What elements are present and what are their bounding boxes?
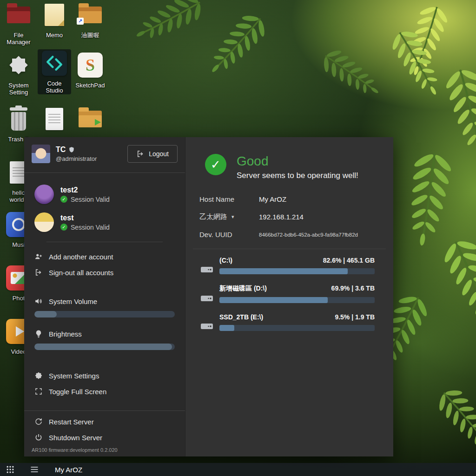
server-info: Host Name My ArOZ 乙太網路 ▾ 192.168.1.214 D…	[185, 187, 393, 244]
gear-icon	[7, 54, 30, 76]
hdd-icon	[200, 265, 213, 274]
hostname-label: Host Name	[199, 195, 259, 203]
system-popup: TC @administrator Logout test2 ✓ Session…	[24, 137, 393, 456]
divider	[46, 242, 163, 242]
hdd-icon	[200, 294, 213, 303]
admin-shield-icon	[68, 146, 75, 153]
brightness-slider-fill	[34, 344, 172, 350]
disk-usage-fill	[219, 268, 348, 274]
accounts-list: test2 ✓ Session Valid test ✓ Session Val…	[24, 176, 185, 238]
sketchpad-icon: S	[78, 53, 103, 78]
disk-usage-fill	[219, 297, 328, 303]
disk-name: (C:\)	[219, 257, 232, 264]
taskbar: My ArOZ	[0, 463, 476, 476]
export-arrow-icon	[95, 119, 101, 126]
brightness-label: Brightness	[49, 330, 82, 338]
hamburger-menu-icon[interactable]	[30, 465, 39, 474]
disk-name: 新增磁碟區 (D:\)	[219, 284, 267, 293]
disk-usage: 9.5% | 1.9 TB	[335, 313, 375, 321]
desktop-icon-export-folder[interactable]	[73, 105, 107, 136]
add-account-label: Add another account	[49, 253, 113, 261]
session-valid-icon: ✓	[60, 224, 67, 231]
session-valid-icon: ✓	[60, 196, 67, 203]
disk-usage-bar	[219, 268, 375, 274]
brightness-slider[interactable]	[34, 344, 175, 350]
desktop-icon-file-manager[interactable]: File Manager	[2, 1, 35, 46]
shortcut-folder-icon: ↗	[79, 7, 102, 23]
disk-row-c[interactable]: (C:\) 82.6% | 465.1 GB	[200, 257, 375, 274]
volume-icon	[34, 297, 43, 305]
session-status: Session Valid	[71, 224, 110, 231]
uuid-label: Dev. UUID	[199, 231, 259, 238]
disk-row-d[interactable]: 新增磁碟區 (D:\) 69.9% | 3.6 TB	[200, 284, 375, 303]
volume-slider[interactable]	[34, 311, 175, 317]
shutdown-server-label: Shutdown Server	[49, 434, 102, 442]
trash-icon	[8, 107, 29, 131]
hostname-row: Host Name My ArOZ	[185, 191, 393, 208]
account-name: test	[60, 214, 110, 222]
divider	[24, 172, 185, 173]
brightness-row: Brightness	[24, 326, 185, 342]
code-studio-icon	[42, 51, 67, 76]
shortcut-arrow-icon: ↗	[77, 18, 84, 25]
desktop-icon-label: 油圖喔	[79, 32, 102, 39]
status-message: Server seems to be operating well!	[237, 171, 358, 180]
restart-server-item[interactable]: Restart Server	[24, 414, 185, 430]
restart-icon	[34, 417, 43, 426]
apps-grid-icon[interactable]	[6, 465, 15, 474]
disk-usage: 82.6% | 465.1 GB	[323, 257, 375, 264]
user-avatar[interactable]	[32, 145, 50, 163]
memo-icon	[45, 4, 64, 26]
logout-icon	[34, 268, 43, 277]
user-plus-icon	[34, 252, 43, 261]
firmware-version: AR100 firmware:development 0.2.020	[24, 445, 185, 456]
disk-row-e[interactable]: SSD_2TB (E:\) 9.5% | 1.9 TB	[200, 313, 375, 331]
status-title: Good	[237, 154, 358, 169]
status-ok-icon: ✓	[205, 154, 226, 175]
disk-usage-bar	[219, 325, 375, 331]
chevron-down-icon: ▾	[231, 214, 234, 220]
add-account-item[interactable]: Add another account	[24, 249, 185, 264]
logout-button[interactable]: Logout	[127, 145, 178, 163]
system-volume-label: System Volume	[49, 298, 97, 305]
gear-icon	[34, 371, 43, 380]
user-name: TC	[56, 145, 66, 154]
logout-icon	[136, 150, 145, 158]
current-user-header: TC @administrator Logout	[24, 137, 185, 170]
restart-server-label: Restart Server	[49, 418, 94, 426]
ip-address-value: 192.168.1.214	[259, 213, 304, 221]
avatar	[34, 212, 54, 232]
desktop-icon-system-setting[interactable]: System Setting	[2, 51, 35, 96]
uuid-value: 8466bd72-bdb6-452a-abc9-fa98a77fb82d	[259, 232, 358, 238]
desktop-icon-memo[interactable]: Memo	[38, 1, 71, 39]
desktop-icon-label: Code Studio	[38, 80, 71, 94]
network-interface-label: 乙太網路	[199, 212, 227, 221]
signout-all-item[interactable]: Sign-out all accounts	[24, 264, 185, 280]
system-settings-item[interactable]: System Settings	[24, 368, 185, 383]
uuid-row: Dev. UUID 8466bd72-bdb6-452a-abc9-fa98a7…	[185, 226, 393, 243]
desktop-icon-sketchpad[interactable]: S SketchPad	[73, 51, 107, 89]
signout-all-label: Sign-out all accounts	[49, 269, 113, 277]
desktop-icon-label: Memo	[44, 32, 65, 39]
toggle-fullscreen-item[interactable]: Toggle Full Screen	[24, 383, 185, 399]
network-interface-dropdown[interactable]: 乙太網路 ▾	[199, 212, 259, 221]
file-manager-icon	[7, 7, 30, 23]
logout-label: Logout	[149, 150, 169, 158]
disk-name: SSD_2TB (E:\)	[219, 313, 263, 321]
server-status-header: ✓ Good Server seems to be operating well…	[185, 137, 393, 187]
disk-usage-fill	[219, 325, 234, 331]
document-icon	[46, 108, 63, 130]
account-row-test[interactable]: test ✓ Session Valid	[24, 208, 185, 236]
user-handle: @administrator	[56, 155, 122, 162]
divider	[24, 410, 185, 411]
volume-slider-fill	[34, 311, 57, 317]
shutdown-server-item[interactable]: Shutdown Server	[24, 430, 185, 445]
desktop-icon-document[interactable]	[38, 105, 71, 136]
desktop-icon-label: SketchPad	[73, 82, 107, 89]
system-settings-label: System Settings	[49, 372, 99, 380]
account-row-test2[interactable]: test2 ✓ Session Valid	[24, 180, 185, 208]
desktop-icon-code-studio[interactable]: Code Studio	[38, 49, 71, 94]
avatar	[34, 185, 54, 204]
toggle-fullscreen-label: Toggle Full Screen	[49, 388, 106, 396]
desktop-icon-shortcut-folder[interactable]: ↗ 油圖喔	[73, 1, 107, 39]
